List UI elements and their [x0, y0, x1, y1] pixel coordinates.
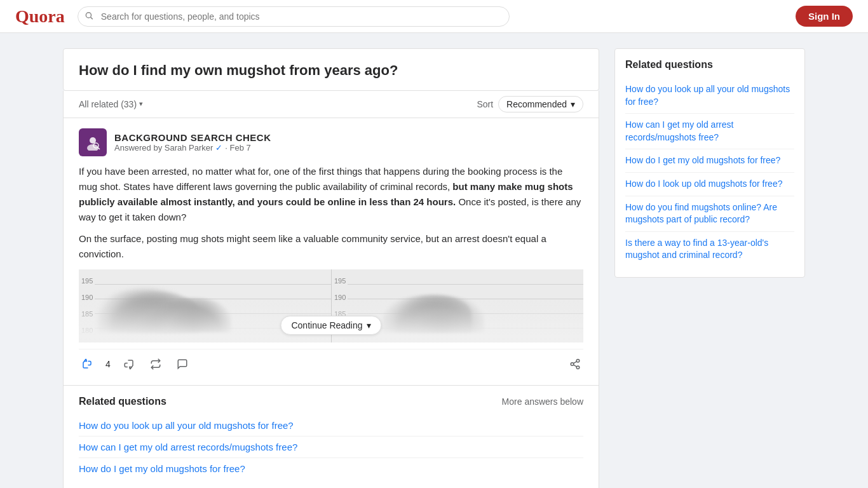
continue-reading-label: Continue Reading	[291, 320, 362, 330]
related-question-link-2[interactable]: How can I get my old arrest records/mugs…	[79, 437, 583, 458]
upvote-button[interactable]	[79, 356, 95, 372]
sidebar-link-1[interactable]: How do you look up all your old mugshots…	[625, 78, 794, 114]
header-right: Sign In	[796, 6, 853, 27]
related-inline-header: Related questions More answers below	[79, 396, 583, 407]
answer-paragraph-2: On the surface, posting mug shots might …	[79, 231, 583, 262]
sidebar-link-5[interactable]: How do you find mugshots online? Are mug…	[625, 196, 794, 232]
answer-date: · Feb 7	[225, 143, 250, 152]
answer-card: BACKGROUND SEARCH CHECK Answered by Sara…	[63, 118, 599, 386]
svg-point-0	[86, 12, 91, 17]
related-questions-inline: Related questions More answers below How…	[63, 386, 599, 488]
author-name: BACKGROUND SEARCH CHECK	[114, 132, 271, 143]
blurred-chart-image: 195 190 185 180	[79, 269, 583, 342]
comment-button[interactable]	[174, 356, 191, 372]
share-button[interactable]	[567, 356, 583, 372]
sidebar: Related questions How do you look up all…	[614, 48, 805, 278]
sort-value: Recommended	[506, 99, 567, 109]
svg-point-6	[576, 359, 580, 362]
verified-icon: ✓	[215, 143, 222, 152]
svg-line-1	[90, 17, 92, 19]
chevron-down-icon: ▾	[367, 320, 371, 330]
question-title: How do I find my own mugshot from years …	[79, 62, 583, 80]
related-question-link-1[interactable]: How do you look up all your old mugshots…	[79, 415, 583, 437]
all-related-filter[interactable]: All related (33) ▾	[79, 99, 143, 109]
sort-dropdown[interactable]: Recommended ▾	[498, 96, 583, 112]
search-bar	[78, 6, 510, 27]
downvote-button[interactable]	[121, 356, 137, 372]
more-answers-label: More answers below	[502, 396, 583, 407]
svg-point-8	[576, 366, 580, 369]
header: Quora Sign In	[0, 0, 868, 33]
main-content: How do I find my own mugshot from years …	[63, 48, 599, 488]
sidebar-title: Related questions	[625, 59, 794, 71]
question-card: How do I find my own mugshot from years …	[63, 48, 599, 91]
quora-logo[interactable]: Quora	[15, 6, 65, 27]
sort-label: Sort	[477, 99, 493, 109]
answer-text: If you have been arrested, no matter wha…	[79, 164, 583, 262]
answer-actions: 4	[79, 349, 583, 375]
svg-line-9	[573, 365, 576, 367]
svg-line-10	[573, 361, 576, 363]
search-input[interactable]	[78, 6, 510, 27]
related-inline-title: Related questions	[79, 396, 166, 407]
answer-paragraph-1: If you have been arrested, no matter wha…	[79, 164, 583, 225]
sidebar-card: Related questions How do you look up all…	[614, 48, 805, 278]
author-info: BACKGROUND SEARCH CHECK Answered by Sara…	[114, 132, 271, 152]
chevron-down-icon: ▾	[139, 100, 143, 108]
continue-reading-wrap: Continue Reading ▾	[280, 316, 381, 335]
sidebar-link-4[interactable]: How do I look up old mugshots for free?	[625, 173, 794, 196]
repost-button[interactable]	[147, 356, 164, 372]
main-layout: How do I find my own mugshot from years …	[53, 33, 815, 488]
sidebar-link-2[interactable]: How can I get my old arrest records/mugs…	[625, 114, 794, 149]
sidebar-link-6[interactable]: Is there a way to find a 13-year-old's m…	[625, 232, 794, 267]
chevron-down-icon: ▾	[571, 99, 575, 109]
upvote-count: 4	[105, 359, 111, 369]
continue-reading-button[interactable]: Continue Reading ▾	[280, 316, 381, 335]
search-icon	[85, 11, 93, 22]
avatar	[79, 128, 107, 156]
all-related-label: All related (33)	[79, 99, 137, 109]
svg-point-7	[571, 362, 574, 365]
related-question-link-3[interactable]: How do I get my old mugshots for free?	[79, 458, 583, 479]
answer-header: BACKGROUND SEARCH CHECK Answered by Sara…	[79, 128, 583, 156]
sign-in-button[interactable]: Sign In	[796, 6, 853, 27]
answer-meta: Answered by Sarah Parker ✓ · Feb 7	[114, 143, 271, 152]
filters-bar: All related (33) ▾ Sort Recommended ▾	[63, 91, 599, 118]
sidebar-link-3[interactable]: How do I get my old mugshots for free?	[625, 149, 794, 173]
answered-by: Answered by Sarah Parker	[114, 143, 213, 152]
